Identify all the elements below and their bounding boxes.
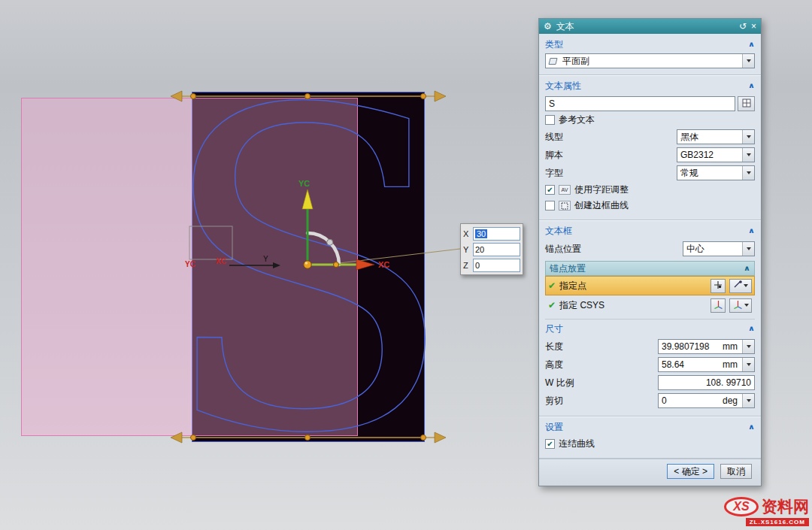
- type-dropdown[interactable]: 平面副: [545, 53, 755, 68]
- border-curves-checkbox[interactable]: [545, 201, 555, 210]
- cancel-button[interactable]: 取消: [720, 464, 752, 479]
- anchor-placement-bar[interactable]: 锚点放置 ∧: [545, 261, 755, 276]
- font-dropdown[interactable]: 黑体: [677, 129, 755, 144]
- reference-text-checkbox[interactable]: [545, 115, 555, 125]
- kerning-row: ✔ AV 使用字距调整: [545, 182, 755, 198]
- length-row: 长度 39.9807198 mm: [545, 338, 755, 356]
- specify-csys-label: 指定 CSYS: [559, 299, 707, 312]
- z-label: Z: [463, 261, 470, 270]
- sketch-axis-xc-label: XC: [216, 257, 226, 265]
- dropdown-arrow-icon[interactable]: [742, 340, 754, 353]
- font-label: 线型: [545, 131, 563, 144]
- dropdown-arrow-icon[interactable]: [742, 148, 754, 162]
- point-dialog-button[interactable]: [710, 279, 726, 293]
- height-input[interactable]: 58.64 mm: [658, 357, 755, 372]
- ok-button[interactable]: < 确定 >: [667, 464, 714, 479]
- border-curves-row: 创建边框曲线: [545, 198, 755, 214]
- text-properties-header: 文本属性: [545, 80, 581, 92]
- dialog-titlebar[interactable]: ⚙ 文本 ↺ ×: [539, 19, 761, 34]
- watermark-name: 资料网: [762, 496, 809, 517]
- sketch-axis-yc-label: YC: [185, 260, 195, 268]
- rotation-handle-ball: [327, 239, 333, 245]
- watermark-logo: XS: [724, 497, 759, 516]
- triad-xc-label: XC: [378, 260, 389, 269]
- type-section: 类型 ∧ 平面副: [539, 34, 761, 75]
- anchor-placement-header: 锚点放置: [550, 262, 586, 275]
- collapse-anchor-placement-icon[interactable]: ∧: [744, 264, 750, 272]
- collapse-dimensions-icon[interactable]: ∧: [748, 324, 755, 332]
- border-curves-icon: [559, 201, 571, 210]
- dropdown-arrow-icon[interactable]: [742, 242, 754, 256]
- x-label: X: [463, 229, 470, 238]
- text-frame-header: 文本框: [545, 225, 572, 238]
- check-icon: ✔: [548, 300, 556, 310]
- reference-text-row: 参考文本: [545, 112, 755, 128]
- specify-csys-row[interactable]: ✔ 指定 CSYS: [545, 295, 755, 315]
- join-curves-label: 连结曲线: [559, 438, 595, 450]
- dropdown-arrow-icon[interactable]: [742, 130, 754, 144]
- anchor-location-row: 锚点位置 中心: [545, 240, 755, 258]
- height-row: 高度 58.64 mm: [545, 356, 755, 374]
- reset-icon[interactable]: ↺: [739, 22, 747, 31]
- x-axis-grip: [334, 262, 339, 268]
- wscale-input[interactable]: 108. 99710: [658, 375, 755, 390]
- specify-point-label: 指定点: [559, 280, 707, 292]
- csys-inference-button[interactable]: [729, 298, 752, 313]
- close-icon[interactable]: ×: [751, 22, 756, 31]
- style-dropdown[interactable]: 常规: [677, 165, 755, 180]
- kerning-checkbox[interactable]: ✔: [545, 185, 555, 195]
- watermark-url: ZL.XS1616.COM: [746, 518, 809, 526]
- text-properties-section: 文本属性 ∧ S 参考文本 线型 黑体: [539, 75, 761, 220]
- csys-icon: [733, 299, 743, 311]
- y-label: Y: [463, 245, 470, 254]
- length-input[interactable]: 39.9807198 mm: [658, 339, 755, 354]
- text-symbols-button[interactable]: [738, 96, 755, 111]
- point-plus-icon: [714, 280, 723, 292]
- length-label: 长度: [545, 341, 563, 353]
- script-label: 脚本: [545, 149, 563, 162]
- height-label: 高度: [545, 359, 563, 371]
- kerning-icon: AV: [559, 185, 571, 195]
- sketch-axis-y-label: Y: [263, 255, 268, 263]
- reference-text-label: 参考文本: [559, 114, 595, 126]
- z-coordinate-input[interactable]: 0: [473, 259, 520, 272]
- anchor-location-dropdown[interactable]: 中心: [683, 241, 755, 256]
- inferred-point-icon: [734, 280, 742, 291]
- style-row: 字型 常规: [545, 164, 755, 182]
- border-curves-label: 创建边框曲线: [574, 199, 629, 212]
- point-inference-button[interactable]: [729, 279, 752, 293]
- grid-icon: [742, 98, 751, 110]
- style-label: 字型: [545, 167, 563, 180]
- dialog-title: 文本: [556, 20, 574, 33]
- wscale-label: W 比例: [545, 377, 574, 389]
- dropdown-arrow-icon[interactable]: [742, 394, 754, 407]
- collapse-text-properties-icon[interactable]: ∧: [748, 81, 755, 89]
- specify-point-row[interactable]: ✔ 指定点: [545, 276, 755, 295]
- join-curves-checkbox[interactable]: ✔: [545, 439, 555, 449]
- script-dropdown[interactable]: GB2312: [677, 147, 755, 162]
- dimensions-header-row: 尺寸 ∧: [545, 319, 755, 338]
- shear-input[interactable]: 0 deg: [658, 393, 755, 408]
- dropdown-arrow-icon[interactable]: [742, 54, 754, 68]
- settings-section: 设置 ∧ ✔ 连结曲线: [539, 416, 761, 459]
- collapse-type-icon[interactable]: ∧: [748, 40, 755, 48]
- planar-icon: [546, 57, 559, 65]
- dropdown-arrow-icon[interactable]: [742, 166, 754, 180]
- gear-icon[interactable]: ⚙: [544, 22, 552, 31]
- collapse-text-frame-icon[interactable]: ∧: [748, 226, 755, 235]
- anchor-origin-ball: [304, 261, 311, 268]
- text-frame-section: 文本框 ∧ 锚点位置 中心 锚点放置 ∧ ✔ 指定点: [539, 220, 761, 416]
- csys-dialog-button[interactable]: [710, 298, 726, 313]
- dimensions-header: 尺寸: [545, 323, 563, 335]
- x-coordinate-input[interactable]: 30: [473, 227, 520, 241]
- dialog-footer: < 确定 > 取消: [539, 459, 761, 486]
- x-coordinate-row: X 30: [463, 226, 520, 241]
- text-string-input[interactable]: S: [545, 96, 735, 111]
- dynamic-input-box: X 30 Y 20 Z 0: [460, 223, 523, 275]
- dropdown-arrow-icon[interactable]: [742, 358, 754, 371]
- y-coordinate-input[interactable]: 20: [473, 243, 520, 256]
- collapse-settings-icon[interactable]: ∧: [748, 422, 755, 431]
- shear-row: 剪切 0 deg: [545, 392, 755, 410]
- dropdown-arrow-icon: [744, 304, 749, 307]
- type-header: 类型: [545, 38, 563, 51]
